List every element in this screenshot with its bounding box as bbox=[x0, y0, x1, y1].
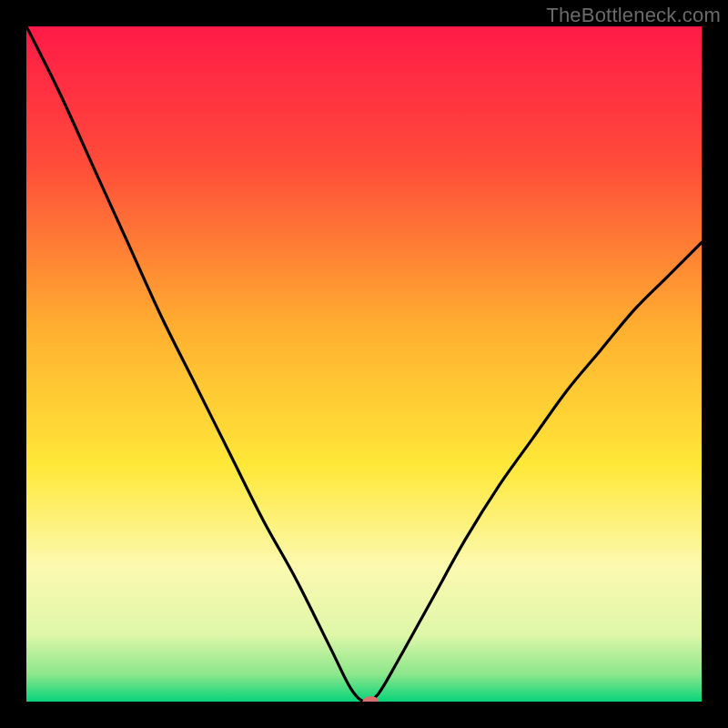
chart-plot-area bbox=[26, 26, 702, 702]
gradient-background bbox=[26, 26, 702, 702]
bottleneck-chart bbox=[26, 26, 702, 702]
watermark-text: TheBottleneck.com bbox=[546, 4, 721, 27]
